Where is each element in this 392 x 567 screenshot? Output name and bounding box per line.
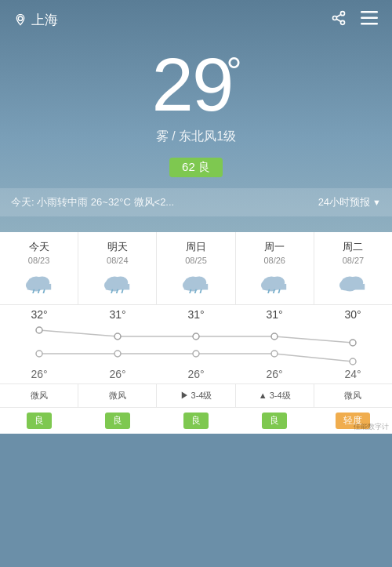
aqi-tag-1: 良 [105,413,130,429]
forecast-link-text: 24小时预报 [318,195,370,209]
high-dot-2 [193,333,199,340]
brand-watermark: 佳能数字计 [354,422,389,432]
low-temp-col-4: 24° [314,368,392,383]
date-label: 08/25 [160,256,231,265]
aqi-value: 62 [182,160,195,173]
aqi-badge: 62 良 [169,158,223,177]
share-icon[interactable] [331,10,347,30]
forecast-link[interactable]: 24小时预报 ▼ [318,195,381,209]
day-label: 周一 [239,240,310,254]
temperature-display: 29° [0,47,392,122]
aqi-col-3: 良 [235,413,314,429]
low-dot-1 [114,351,121,357]
low-temp-value: 26° [235,368,314,383]
svg-rect-7 [361,17,378,20]
temperature-value: 29 [152,42,233,126]
high-temp-value: 31° [157,305,235,321]
svg-point-2 [333,16,337,20]
wind-col-1: 微风 [78,384,157,407]
temperature-chart [0,321,392,368]
low-temp-col-0: 26° [0,368,78,383]
forecast-col-0: 今天 08/23 [0,232,78,304]
aqi-tag-2: 良 [183,413,209,429]
weather-icon-area [3,265,74,300]
forecast-table-header: 今天 08/23 明天 08/2 [0,232,392,305]
high-temp-value: 32° [0,305,78,321]
low-temp-value: 24° [314,368,392,383]
forecast-section: 今天 08/23 明天 08/2 [0,232,392,434]
high-temp-col-0: 32° [0,305,78,321]
low-temp-value: 26° [0,368,78,383]
aqi-tag-3: 良 [262,413,287,429]
high-dot-0 [36,327,42,333]
weather-icon-area [239,265,310,300]
svg-point-0 [18,16,22,20]
chart-svg-area [0,321,392,368]
day-label: 今天 [3,240,74,254]
today-text: 今天: 小雨转中雨 26~32°C 微风<2... [11,195,318,209]
high-temp-value: 31° [78,305,157,321]
forecast-col-4: 周二 08/27 [314,232,392,304]
weather-icon-area [82,265,153,300]
svg-line-36 [278,290,280,294]
aqi-col-0: 良 [0,413,78,429]
forecast-col-1: 明天 08/24 [78,232,157,304]
svg-rect-33 [263,284,286,290]
low-temps-row: 26°26°26°26°24° [0,368,392,383]
header: 上海 [0,0,392,39]
weather-description: 雾 / 东北风1级 [0,129,392,145]
chart-area: 32°31°31°31°30° 26°26°26°26°24° [0,305,392,383]
wind-col-2: ▶ 3-4级 [157,384,235,407]
high-temps-row: 32°31°31°31°30° [0,305,392,321]
high-temp-col-3: 31° [235,305,314,321]
cloud-rain-icon [181,271,211,293]
low-temp-value: 26° [78,368,157,383]
location-display: 上海 [14,11,58,29]
svg-line-5 [336,14,341,16]
high-temp-value: 31° [235,305,314,321]
cloud-icon [338,271,368,293]
svg-rect-6 [361,11,378,13]
aqi-col-1: 良 [78,413,157,429]
date-label: 08/27 [318,256,389,265]
svg-point-3 [341,20,345,24]
day-label: 周日 [160,240,231,254]
high-temp-col-4: 30° [314,305,392,321]
weather-condition: 雾 [156,129,169,143]
forecast-col-2: 周日 08/25 [157,232,235,304]
wind-col-4: 微风 [314,384,392,407]
high-dot-3 [271,333,278,340]
high-temp-value: 30° [314,305,392,321]
location-icon [14,13,27,26]
high-temp-col-2: 31° [157,305,235,321]
date-label: 08/23 [3,256,74,265]
svg-rect-26 [184,284,208,290]
cloud-rain-icon [103,271,132,293]
svg-line-15 [42,290,44,294]
date-label: 08/26 [239,256,310,265]
menu-icon[interactable] [361,9,378,30]
low-temp-col-1: 26° [78,368,157,383]
aqi-label: 良 [198,160,210,173]
svg-rect-40 [341,284,365,290]
high-dot-4 [350,340,356,346]
low-temp-value: 26° [157,368,235,383]
high-temp-col-1: 31° [78,305,157,321]
aqi-col-2: 良 [157,413,235,429]
svg-line-22 [122,290,123,294]
low-dot-2 [193,351,199,357]
location-text: 上海 [31,11,58,29]
aqi-container: 62 良 [0,151,392,177]
date-label: 08/24 [82,256,153,265]
header-icons [331,9,378,30]
cloud-rain-icon [24,271,54,293]
high-dot-1 [114,333,121,340]
top-section: 上海 29° 雾 / 东北风1级 [0,0,392,232]
cloud-rain-icon [260,271,289,293]
degree-symbol: ° [226,49,240,93]
day-label: 周二 [318,240,389,254]
svg-line-29 [200,290,201,294]
separator: / [172,129,179,143]
weather-icon-area [318,265,389,300]
low-temp-col-3: 26° [235,368,314,383]
